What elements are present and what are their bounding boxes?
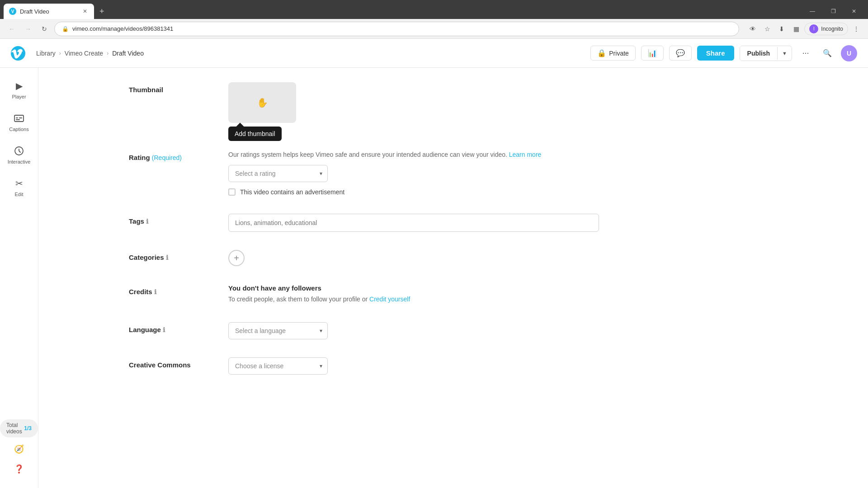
learn-more-link[interactable]: Learn more [509, 151, 542, 158]
content-area: Thumbnail ✋ Add thumbnail Rating [38, 68, 868, 488]
tab-title: Draft Video [20, 8, 78, 15]
tags-input[interactable] [228, 214, 599, 232]
main-layout: ▶ Player Captions [0, 68, 868, 488]
topbar-right: 🔒 Private 📊 💬 Share Publish ▼ ··· 🔍 U [590, 45, 857, 61]
svg-rect-3 [19, 117, 22, 118]
new-tab-button[interactable]: + [96, 5, 108, 18]
tags-section: Tags ℹ [129, 214, 832, 232]
window-controls: — ❐ ✕ [802, 4, 864, 19]
help-button[interactable]: ❓ [11, 461, 27, 477]
svg-rect-1 [14, 115, 24, 122]
browser-nav-bar: ← → ↻ 🔒 vimeo.com/manage/videos/89638134… [0, 19, 868, 39]
language-info-icon[interactable]: ℹ [163, 326, 165, 333]
sidebar-item-edit[interactable]: ✂ Edit [3, 173, 35, 202]
tags-info-icon[interactable]: ℹ [146, 218, 148, 225]
comments-icon: 💬 [676, 49, 685, 57]
rating-content: Our ratings system helps keep Vimeo safe… [228, 150, 832, 196]
language-select-wrapper: Select a language ▾ [228, 322, 328, 339]
analytics-icon: 📊 [648, 49, 657, 57]
profile-avatar: I [809, 24, 818, 33]
nav-right-icons: 👁 ☆ ⬇ ▦ I Incognito ⋮ [746, 23, 863, 35]
minimize-button[interactable]: — [802, 4, 823, 19]
categories-section: Categories ℹ + [129, 250, 832, 266]
comments-button[interactable]: 💬 [669, 46, 692, 61]
categories-content: + [228, 250, 832, 266]
thumbnail-box[interactable]: ✋ [228, 82, 296, 123]
sidebar-edit-label: Edit [15, 192, 24, 197]
breadcrumb-vimeo-create[interactable]: Vimeo Create [65, 50, 103, 57]
browser-active-tab[interactable]: V Draft Video ✕ [4, 4, 94, 19]
language-content: Select a language ▾ [228, 322, 832, 339]
analytics-button[interactable]: 📊 [641, 46, 664, 61]
download-icon[interactable]: ⬇ [775, 23, 788, 35]
close-window-button[interactable]: ✕ [844, 4, 864, 19]
lock-icon: 🔒 [597, 49, 606, 57]
thumbnail-label: Thumbnail [129, 82, 210, 94]
more-options-button[interactable]: ··· [797, 45, 814, 61]
rating-description: Our ratings system helps keep Vimeo safe… [228, 150, 832, 160]
svg-rect-4 [16, 119, 20, 120]
restore-button[interactable]: ❐ [823, 4, 844, 19]
credits-description: To credit people, ask them to follow you… [228, 295, 832, 304]
svg-rect-2 [16, 117, 18, 118]
thumbnail-content: ✋ Add thumbnail [228, 82, 832, 123]
categories-label: Categories ℹ [129, 250, 210, 261]
tags-content [228, 214, 832, 232]
sidebar-item-interactive[interactable]: Interactive [3, 140, 35, 169]
publish-main-button[interactable]: Publish [740, 46, 778, 61]
creative-commons-content: Choose a license ▾ [228, 357, 832, 375]
reader-mode-icon[interactable]: 👁 [746, 23, 759, 35]
sidebar-interactive-label: Interactive [8, 159, 31, 164]
breadcrumb-sep-1: › [59, 50, 61, 56]
extension-icon[interactable]: ▦ [790, 23, 802, 35]
add-thumbnail-label: Add thumbnail [235, 130, 275, 137]
user-avatar[interactable]: U [841, 45, 857, 61]
total-videos-count: 1/3 [24, 425, 32, 432]
profile-button[interactable]: I Incognito [804, 23, 848, 35]
credits-info-icon[interactable]: ℹ [154, 288, 156, 296]
cc-select[interactable]: Choose a license [228, 357, 328, 375]
browser-chrome: V Draft Video ✕ + — ❐ ✕ ← → ↻ 🔒 vimeo.co… [0, 0, 868, 39]
credit-yourself-link[interactable]: Credit yourself [369, 296, 410, 303]
forward-button[interactable]: → [22, 23, 34, 35]
creative-commons-label: Creative Commons [129, 357, 210, 369]
private-button[interactable]: 🔒 Private [590, 46, 636, 61]
publish-dropdown-arrow[interactable]: ▼ [777, 47, 792, 60]
sidebar-item-player[interactable]: ▶ Player [3, 75, 35, 104]
menu-dots-icon[interactable]: ⋮ [850, 23, 863, 35]
breadcrumb-current: Draft Video [112, 50, 144, 57]
rating-select[interactable]: Select a rating [228, 165, 328, 182]
no-followers-title: You don't have any followers [228, 284, 832, 292]
interactive-icon [13, 145, 25, 157]
share-button[interactable]: Share [697, 46, 734, 61]
creative-commons-section: Creative Commons Choose a license ▾ [129, 357, 832, 375]
url-text: vimeo.com/manage/videos/896381341 [72, 25, 173, 32]
credits-section: Credits ℹ You don't have any followers T… [129, 284, 832, 304]
add-category-button[interactable]: + [228, 250, 245, 266]
vimeo-logo[interactable] [11, 46, 25, 61]
left-sidebar: ▶ Player Captions [0, 68, 38, 488]
bookmark-icon[interactable]: ☆ [761, 23, 774, 35]
add-thumbnail-tooltip: Add thumbnail [228, 127, 282, 141]
sidebar-item-captions[interactable]: Captions [3, 108, 35, 136]
credits-label: Credits ℹ [129, 284, 210, 296]
breadcrumb-sep-2: › [107, 50, 108, 56]
captions-icon [13, 112, 25, 125]
ad-checkbox[interactable] [228, 188, 236, 196]
sidebar-bottom: Total videos 1/3 🧭 ❓ [0, 418, 38, 481]
breadcrumb: Library › Vimeo Create › Draft Video [36, 50, 144, 57]
back-button[interactable]: ← [5, 23, 18, 35]
language-select[interactable]: Select a language [228, 322, 328, 339]
sidebar-captions-label: Captions [9, 127, 28, 132]
ad-checkbox-row: This video contains an advertisement [228, 188, 832, 196]
address-bar[interactable]: 🔒 vimeo.com/manage/videos/896381341 [54, 22, 739, 36]
categories-info-icon[interactable]: ℹ [166, 254, 168, 261]
refresh-button[interactable]: ↻ [38, 23, 51, 35]
browser-tab-bar: V Draft Video ✕ + — ❐ ✕ [0, 0, 868, 19]
required-label: (Required) [152, 154, 182, 161]
search-button[interactable]: 🔍 [819, 45, 835, 61]
compass-button[interactable]: 🧭 [11, 441, 27, 457]
breadcrumb-library[interactable]: Library [36, 50, 56, 57]
tab-close-button[interactable]: ✕ [81, 8, 89, 15]
thumbnail-section: Thumbnail ✋ Add thumbnail [129, 82, 832, 123]
